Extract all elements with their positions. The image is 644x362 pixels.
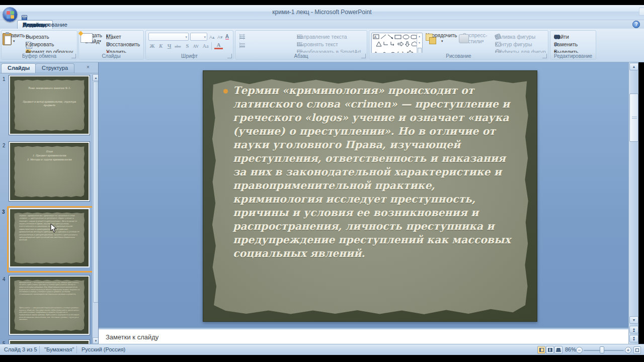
slide-paper: Термин «криминология» происходит от лати… xyxy=(211,77,529,315)
thumbnail-number: 2 xyxy=(3,143,6,148)
office-logo-blue xyxy=(7,15,10,19)
shapes-scroll[interactable]: ▲ ▼ xyxy=(417,34,422,55)
group-font: ▾ ▾ А▴ А▾ А Ж К Ч abc S AV Аа А Шрифт xyxy=(145,30,233,60)
shapes-scroll-down-icon[interactable]: ▼ xyxy=(418,41,421,44)
panel-tab-slides[interactable]: Слайды xyxy=(1,63,36,73)
bold-button[interactable]: Ж xyxy=(148,42,156,50)
group-editing: Найти ⇄ Заменить▾ ↖ Выделить▾ Редактиров… xyxy=(550,30,596,60)
view-slideshow-button[interactable] xyxy=(554,346,562,354)
notes-pane[interactable]: Заметки к слайду xyxy=(99,328,628,344)
group-drawing: А { xyxy=(369,30,548,60)
office-logo-red xyxy=(7,11,10,15)
slides-panel: Слайды Структура × 1 Тема лекционного за… xyxy=(0,62,99,344)
find-button[interactable]: Найти xyxy=(554,33,560,40)
change-case-button[interactable]: Аа xyxy=(201,42,210,50)
ribbon-tab-row: Главная Вставка Дизайн Анимация Показ сл… xyxy=(0,20,644,29)
status-bar: Слайд 3 из 5 "Бумажная" Русский (Россия)… xyxy=(0,344,644,355)
window-title: крими-1 лекц - Microsoft PowerPoint xyxy=(0,5,644,19)
office-logo-green xyxy=(11,11,14,15)
font-color-button[interactable]: А xyxy=(214,42,223,49)
thumbnail-slide xyxy=(9,340,90,344)
office-logo-yellow xyxy=(11,15,14,19)
columns-icon[interactable] xyxy=(239,43,245,48)
tab-view[interactable]: Вид xyxy=(17,20,39,29)
help-button[interactable]: ? xyxy=(632,21,640,28)
group-label-drawing: Рисование xyxy=(369,53,548,59)
panel-scrollbar-thumb[interactable] xyxy=(93,81,99,303)
thumbnail-body: Криминология — это социологическая наука… xyxy=(19,282,80,296)
slideshow-icon xyxy=(556,348,561,352)
scroll-down-icon[interactable]: ▼ xyxy=(629,316,638,324)
panel-tab-outline[interactable]: Структура xyxy=(35,63,74,73)
thumbnail-title: Тема лекционного занятия № 1: xyxy=(18,86,80,90)
slide-sorter-icon xyxy=(548,348,552,352)
slide-body-text[interactable]: Термин «криминология» происходит от лати… xyxy=(233,84,516,260)
grow-font-button[interactable]: А▴ xyxy=(209,34,215,41)
slide-text-box[interactable]: Термин «криминология» происходит от лати… xyxy=(223,84,516,260)
thumbnail-body: Преступность — центральное социальное яв… xyxy=(19,307,80,321)
office-button[interactable] xyxy=(3,7,18,22)
mouse-cursor xyxy=(50,223,57,233)
shrink-font-button[interactable]: А▾ xyxy=(217,34,223,41)
scroll-up-icon[interactable]: ▲ xyxy=(629,63,638,70)
italic-button[interactable]: К xyxy=(156,42,165,50)
paragraph-dialog-launcher[interactable] xyxy=(361,54,366,58)
paste-icon xyxy=(3,33,12,45)
font-name-combo[interactable]: ▾ xyxy=(148,33,189,41)
shapes-scroll-up-icon[interactable]: ▲ xyxy=(418,35,421,38)
group-slides: Создать слайд ▾ Макет▾ ↺ Восстановить × … xyxy=(78,30,144,60)
font-dialog-launcher[interactable] xyxy=(227,54,232,58)
spacing-arrow-icon: ↕ xyxy=(239,34,242,40)
zoom-in-button[interactable]: + xyxy=(625,347,631,353)
slide-indicator: Слайд 3 из 5 xyxy=(4,346,37,352)
ribbon: Вставить ▾ ✂ Вырезать Копировать Формат … xyxy=(0,29,644,62)
thumbnail-body: Термин «криминология» происходит от лати… xyxy=(19,215,80,242)
layout-button[interactable]: Макет▾ xyxy=(106,33,112,40)
theme-name[interactable]: "Бумажная" xyxy=(44,346,74,352)
zoom-out-button[interactable]: − xyxy=(576,347,583,353)
character-spacing-button[interactable]: AV xyxy=(192,42,200,50)
clipboard-dialog-launcher[interactable] xyxy=(71,54,76,58)
copy-button[interactable]: Копировать xyxy=(26,41,31,48)
thumbnail-body: План 1. Предмет криминологии 2. Методы и… xyxy=(18,150,80,162)
group-label-paragraph: Абзац xyxy=(235,53,367,59)
thumbnail-number: 3 xyxy=(2,209,5,215)
bullet-icon xyxy=(223,89,228,94)
thumbnail-slide: Термин «криминология» происходит от лати… xyxy=(9,208,90,267)
notes-placeholder: Заметки к слайду xyxy=(106,333,158,341)
vertical-scrollbar[interactable]: ▲ ▼ ▲▲ ▼▼ xyxy=(628,62,638,344)
zoom-slider-thumb[interactable] xyxy=(600,346,604,353)
new-slide-icon xyxy=(80,33,93,43)
align-buttons xyxy=(239,42,240,49)
font-size-combo[interactable]: ▾ xyxy=(190,33,207,41)
clear-formatting-button[interactable]: А xyxy=(225,34,229,40)
panel-close-icon[interactable]: × xyxy=(85,64,91,70)
panel-scroll-up-icon[interactable]: ▲ xyxy=(93,74,99,81)
thumbnail-slide: Тема лекционного занятия № 1: Предмет и … xyxy=(9,75,90,135)
panel-scrollbar[interactable]: ▲ ▼ xyxy=(92,74,99,344)
view-normal-button[interactable] xyxy=(537,346,545,354)
panel-scroll-down-icon[interactable]: ▼ xyxy=(93,337,99,344)
list-buttons: ↕ xyxy=(239,33,244,40)
bottom-black-bar xyxy=(0,355,644,362)
svg-text:А: А xyxy=(374,35,377,39)
close-button[interactable]: × xyxy=(639,8,644,16)
underline-button[interactable]: Ч xyxy=(165,42,174,50)
thumbnail-slide: Криминология — это социологическая наука… xyxy=(9,276,90,335)
view-sorter-button[interactable] xyxy=(546,346,554,354)
previous-slide-button[interactable]: ▲▲ xyxy=(629,326,638,333)
title-bar: крими-1 лекц - Microsoft PowerPoint – □ … xyxy=(0,5,644,20)
strikethrough-button[interactable]: abc xyxy=(174,42,182,50)
thumbnail-number: 4 xyxy=(3,277,6,282)
scrollbar-thumb[interactable] xyxy=(629,94,638,142)
group-paragraph: ↕ Направление текста▾ Выровнять текст▾ xyxy=(235,30,367,60)
slide-canvas[interactable]: Термин «криминология» происходит от лати… xyxy=(203,70,537,322)
thumbnail-number: 1 xyxy=(3,76,6,82)
text-shadow-button[interactable]: S xyxy=(183,42,192,50)
zoom-percent[interactable]: 86% xyxy=(565,346,576,352)
powerpoint-window: крими-1 лекц - Microsoft PowerPoint – □ … xyxy=(0,0,644,362)
drawing-dialog-launcher[interactable] xyxy=(542,54,547,58)
fit-to-window-button[interactable] xyxy=(633,346,641,354)
language-indicator[interactable]: Русский (Россия) xyxy=(82,346,125,352)
next-slide-button[interactable]: ▼▼ xyxy=(629,335,638,342)
